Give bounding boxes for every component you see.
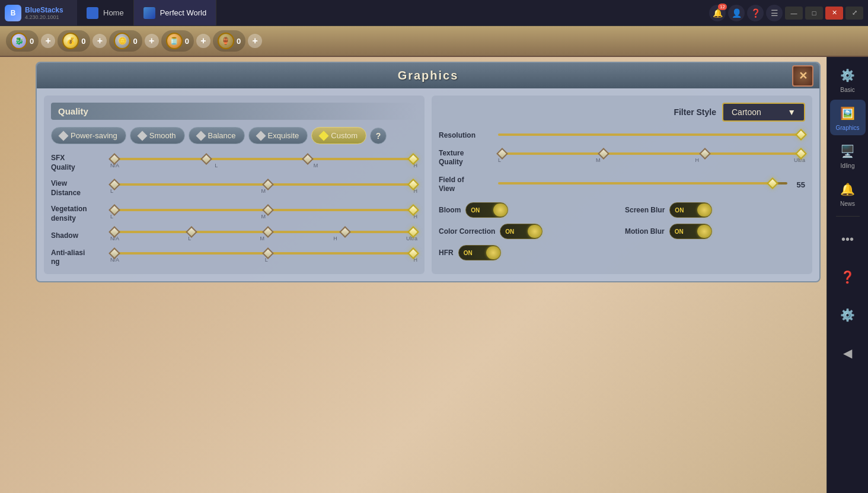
notification-icon[interactable]: 🔔 12 <box>709 5 726 21</box>
help-icon[interactable]: ❓ <box>747 5 764 21</box>
sidebar-label-idling: Idling <box>841 163 855 169</box>
veg-track <box>110 209 417 211</box>
diamond-icon-3 <box>196 131 206 141</box>
res-track <box>498 133 805 136</box>
res-thumb[interactable] <box>795 129 807 141</box>
texture-quality-row: TextureQuality L M H <box>439 149 805 167</box>
sidebar-item-more[interactable]: ••• <box>830 221 866 257</box>
filter-select[interactable]: Cartoon ▼ <box>722 103 805 122</box>
quality-btn-exquisite[interactable]: Exquisite <box>248 127 308 144</box>
maximize-button[interactable]: □ <box>805 7 823 20</box>
app-logo: B BlueStacks 4.230.20.1001 <box>0 0 77 26</box>
vd-markers: L M H <box>110 188 417 194</box>
currency-add-3[interactable]: + <box>145 34 159 48</box>
sidebar-divider <box>836 216 860 217</box>
sidebar-label-graphics: Graphics <box>835 125 859 131</box>
panel-close-button[interactable]: ✕ <box>792 65 813 87</box>
veg-markers: L M H <box>110 214 417 220</box>
fov-slider[interactable] <box>498 182 787 187</box>
shadow-marker-4: H <box>333 236 337 241</box>
sfx-markers: N/A L M H <box>110 163 417 168</box>
quality-btn-custom[interactable]: Custom <box>311 127 366 144</box>
motion-blur-knob <box>697 225 711 238</box>
sidebar-item-idling[interactable]: 🖥️ Idling <box>830 138 866 173</box>
panel-body: Quality Power-saving Smooth <box>37 88 819 281</box>
currency-coin-2: 💰 <box>62 33 79 49</box>
fov-thumb[interactable] <box>767 177 778 189</box>
graphics-panel: Graphics ✕ Quality Power-saving <box>36 62 821 282</box>
app-version: 4.230.20.1001 <box>25 14 63 20</box>
texture-quality-slider[interactable]: L M H Ultra <box>498 152 805 163</box>
tq-track <box>498 152 805 155</box>
graphics-icon: 🖼️ <box>838 104 857 123</box>
currency-item-3: 🪙 0 <box>109 30 142 52</box>
quality-help-button[interactable]: ? <box>370 128 387 144</box>
right-panel: Filter Style Cartoon ▼ Resolution <box>432 96 812 274</box>
panel-title: Graphics <box>398 69 459 82</box>
sidebar-item-back[interactable]: ◀ <box>830 335 866 371</box>
antialiasing-slider[interactable]: N/A L H <box>110 252 417 263</box>
sfx-marker-2: L <box>215 163 218 168</box>
quality-buttons: Power-saving Smooth Balance Exquisi <box>51 127 417 144</box>
currency-value-3: 0 <box>133 37 137 46</box>
shadow-label: Shadow <box>51 231 104 241</box>
bloom-toggle[interactable]: ON <box>465 202 508 218</box>
sidebar-item-basic[interactable]: ⚙️ Basic <box>830 62 866 97</box>
currency-bar: 🐉 0 + 💰 0 + 🪙 0 + 🫙 0 + 🏺 0 + <box>0 26 868 57</box>
currency-value-1: 0 <box>30 37 34 46</box>
tab-bar: Home Perfect World <box>77 0 704 26</box>
quality-btn-power-saving[interactable]: Power-saving <box>51 127 126 144</box>
color-correction-toggle[interactable]: ON <box>500 224 542 239</box>
currency-add-4[interactable]: + <box>196 34 210 48</box>
question-icon: ❓ <box>838 268 857 287</box>
quality-btn-label-3: Balance <box>208 131 236 140</box>
currency-add-5[interactable]: + <box>248 34 262 48</box>
quality-btn-label-5: Custom <box>331 131 358 140</box>
close-button[interactable]: ✕ <box>825 7 843 20</box>
sidebar-item-graphics[interactable]: 🖼️ Graphics <box>830 100 866 135</box>
main-area: Graphics ✕ Quality Power-saving <box>0 57 868 493</box>
title-bar: B BlueStacks 4.230.20.1001 Home Perfect … <box>0 0 868 26</box>
resolution-slider[interactable] <box>498 133 805 138</box>
sidebar-item-help[interactable]: ❓ <box>830 259 866 295</box>
quality-btn-balance[interactable]: Balance <box>189 127 245 144</box>
motion-blur-on-label: ON <box>675 228 684 234</box>
screen-blur-on-label: ON <box>675 206 684 213</box>
sidebar-item-settings[interactable]: ⚙️ <box>830 297 866 333</box>
currency-value-5: 0 <box>237 37 241 46</box>
tab-perfect-world[interactable]: Perfect World <box>134 0 217 26</box>
sfx-track <box>110 158 417 160</box>
quality-btn-smooth[interactable]: Smooth <box>130 127 185 144</box>
sfx-quality-slider[interactable]: N/A L M H <box>110 158 417 168</box>
motion-blur-toggle[interactable]: ON <box>669 224 712 239</box>
vegetation-slider[interactable]: L M H <box>110 209 417 220</box>
hfr-toggle[interactable]: ON <box>458 245 501 260</box>
currency-add-2[interactable]: + <box>92 34 107 48</box>
tab-home-label: Home <box>103 8 124 17</box>
currency-add-1[interactable]: + <box>41 34 55 48</box>
diamond-icon-5 <box>319 131 329 141</box>
menu-icon[interactable]: ☰ <box>766 5 783 21</box>
sidebar-item-news[interactable]: 🔔 News <box>830 176 866 211</box>
game-area: Graphics ✕ Quality Power-saving <box>0 57 868 493</box>
screen-blur-toggle[interactable]: ON <box>669 202 712 218</box>
fov-row: Field ofView 55 <box>439 176 805 194</box>
shadow-slider[interactable]: N/A L M H Ultra <box>110 231 417 241</box>
color-correction-label: Color Correction <box>439 227 495 236</box>
account-icon[interactable]: 👤 <box>728 5 745 21</box>
view-distance-slider[interactable]: L M H <box>110 183 417 194</box>
shadow-marker-3: M <box>260 236 265 241</box>
aa-markers: N/A L H <box>110 257 417 263</box>
minimize-button[interactable]: — <box>785 7 803 20</box>
view-track <box>110 183 417 186</box>
currency-coin-4: 🫙 <box>166 33 183 49</box>
resolution-row: Resolution <box>439 131 805 141</box>
currency-value-2: 0 <box>81 37 85 46</box>
toggles-grid: Bloom ON Screen Blur ON <box>439 202 805 260</box>
tab-home[interactable]: Home <box>77 0 134 26</box>
settings-icon: ⚙️ <box>838 306 857 325</box>
fullscreen-button[interactable]: ⤢ <box>845 7 863 20</box>
currency-item-5: 🏺 0 <box>213 30 245 52</box>
shadow-row: Shadow N/A <box>51 231 417 241</box>
motion-blur-label: Motion Blur <box>625 227 665 236</box>
